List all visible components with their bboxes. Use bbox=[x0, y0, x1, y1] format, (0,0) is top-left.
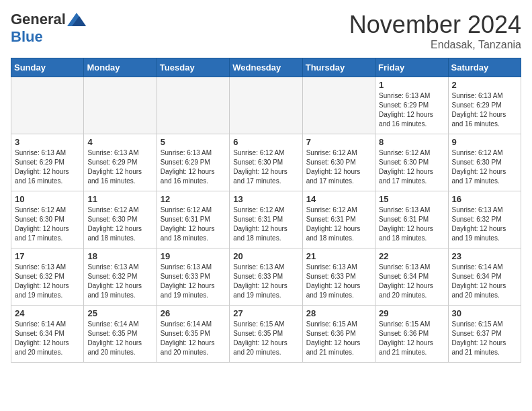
calendar-cell: 16Sunrise: 6:13 AM Sunset: 6:32 PM Dayli… bbox=[448, 191, 521, 248]
calendar-cell: 28Sunrise: 6:15 AM Sunset: 6:36 PM Dayli… bbox=[302, 306, 375, 363]
calendar-cell: 4Sunrise: 6:13 AM Sunset: 6:29 PM Daylig… bbox=[84, 134, 157, 191]
day-number: 6 bbox=[233, 137, 298, 147]
day-info: Sunrise: 6:13 AM Sunset: 6:33 PM Dayligh… bbox=[161, 263, 226, 300]
calendar-cell: 22Sunrise: 6:13 AM Sunset: 6:34 PM Dayli… bbox=[375, 248, 448, 306]
month-title: November 2024 bbox=[349, 11, 521, 39]
calendar-cell: 10Sunrise: 6:12 AM Sunset: 6:30 PM Dayli… bbox=[11, 191, 84, 248]
logo-blue-text: Blue bbox=[11, 28, 43, 45]
calendar-cell: 24Sunrise: 6:14 AM Sunset: 6:34 PM Dayli… bbox=[11, 306, 84, 363]
calendar-cell: 12Sunrise: 6:12 AM Sunset: 6:31 PM Dayli… bbox=[157, 191, 229, 248]
day-info: Sunrise: 6:14 AM Sunset: 6:34 PM Dayligh… bbox=[15, 320, 80, 357]
day-number: 15 bbox=[379, 194, 444, 204]
day-info: Sunrise: 6:12 AM Sunset: 6:30 PM Dayligh… bbox=[379, 148, 444, 186]
day-number: 4 bbox=[87, 137, 152, 147]
day-number: 21 bbox=[306, 251, 371, 261]
day-number: 1 bbox=[379, 80, 444, 90]
logo: General Blue bbox=[11, 11, 86, 46]
day-info: Sunrise: 6:13 AM Sunset: 6:29 PM Dayligh… bbox=[15, 148, 80, 186]
day-info: Sunrise: 6:13 AM Sunset: 6:32 PM Dayligh… bbox=[87, 263, 152, 300]
location: Endasak, Tanzania bbox=[349, 39, 521, 51]
day-number: 25 bbox=[87, 308, 152, 318]
calendar-week-row: 1Sunrise: 6:13 AM Sunset: 6:29 PM Daylig… bbox=[11, 77, 521, 134]
calendar-week-row: 3Sunrise: 6:13 AM Sunset: 6:29 PM Daylig… bbox=[11, 134, 521, 191]
day-info: Sunrise: 6:13 AM Sunset: 6:32 PM Dayligh… bbox=[452, 205, 517, 243]
day-info: Sunrise: 6:12 AM Sunset: 6:30 PM Dayligh… bbox=[233, 148, 298, 186]
day-number: 13 bbox=[233, 194, 298, 204]
calendar-cell: 5Sunrise: 6:13 AM Sunset: 6:29 PM Daylig… bbox=[157, 134, 229, 191]
calendar-cell bbox=[157, 77, 229, 134]
calendar-cell: 29Sunrise: 6:15 AM Sunset: 6:36 PM Dayli… bbox=[375, 306, 448, 363]
day-info: Sunrise: 6:13 AM Sunset: 6:33 PM Dayligh… bbox=[233, 263, 298, 300]
day-info: Sunrise: 6:13 AM Sunset: 6:29 PM Dayligh… bbox=[452, 91, 517, 129]
day-info: Sunrise: 6:15 AM Sunset: 6:36 PM Dayligh… bbox=[379, 320, 444, 357]
day-info: Sunrise: 6:15 AM Sunset: 6:35 PM Dayligh… bbox=[233, 320, 298, 357]
weekday-header: Friday bbox=[375, 58, 448, 77]
day-info: Sunrise: 6:12 AM Sunset: 6:30 PM Dayligh… bbox=[87, 205, 152, 243]
day-info: Sunrise: 6:12 AM Sunset: 6:30 PM Dayligh… bbox=[15, 205, 80, 243]
calendar-cell bbox=[11, 77, 84, 134]
day-number: 2 bbox=[452, 80, 517, 90]
day-number: 8 bbox=[379, 137, 444, 147]
calendar-cell: 26Sunrise: 6:14 AM Sunset: 6:35 PM Dayli… bbox=[157, 306, 229, 363]
day-number: 29 bbox=[379, 308, 444, 318]
weekday-header: Saturday bbox=[448, 58, 521, 77]
weekday-header-row: SundayMondayTuesdayWednesdayThursdayFrid… bbox=[11, 58, 521, 77]
day-info: Sunrise: 6:14 AM Sunset: 6:35 PM Dayligh… bbox=[87, 320, 152, 357]
calendar-week-row: 24Sunrise: 6:14 AM Sunset: 6:34 PM Dayli… bbox=[11, 306, 521, 363]
calendar-cell: 21Sunrise: 6:13 AM Sunset: 6:33 PM Dayli… bbox=[302, 248, 375, 306]
calendar-cell: 1Sunrise: 6:13 AM Sunset: 6:29 PM Daylig… bbox=[375, 77, 448, 134]
calendar-cell: 25Sunrise: 6:14 AM Sunset: 6:35 PM Dayli… bbox=[84, 306, 157, 363]
day-number: 17 bbox=[15, 251, 80, 261]
weekday-header: Sunday bbox=[11, 58, 84, 77]
calendar-cell: 3Sunrise: 6:13 AM Sunset: 6:29 PM Daylig… bbox=[11, 134, 84, 191]
day-number: 7 bbox=[306, 137, 371, 147]
calendar-week-row: 17Sunrise: 6:13 AM Sunset: 6:32 PM Dayli… bbox=[11, 248, 521, 306]
day-number: 3 bbox=[15, 137, 80, 147]
day-number: 11 bbox=[87, 194, 152, 204]
day-info: Sunrise: 6:12 AM Sunset: 6:31 PM Dayligh… bbox=[161, 205, 226, 243]
day-number: 22 bbox=[379, 251, 444, 261]
calendar-cell bbox=[230, 77, 302, 134]
weekday-header: Tuesday bbox=[157, 58, 229, 77]
weekday-header: Wednesday bbox=[230, 58, 302, 77]
day-number: 9 bbox=[452, 137, 517, 147]
calendar-cell: 19Sunrise: 6:13 AM Sunset: 6:33 PM Dayli… bbox=[157, 248, 229, 306]
calendar-cell: 15Sunrise: 6:13 AM Sunset: 6:31 PM Dayli… bbox=[375, 191, 448, 248]
calendar-table: SundayMondayTuesdayWednesdayThursdayFrid… bbox=[11, 58, 521, 363]
calendar-cell: 7Sunrise: 6:12 AM Sunset: 6:30 PM Daylig… bbox=[302, 134, 375, 191]
calendar-cell: 17Sunrise: 6:13 AM Sunset: 6:32 PM Dayli… bbox=[11, 248, 84, 306]
day-number: 28 bbox=[306, 308, 371, 318]
title-block: November 2024 Endasak, Tanzania bbox=[349, 11, 521, 51]
day-number: 24 bbox=[15, 308, 80, 318]
day-info: Sunrise: 6:15 AM Sunset: 6:37 PM Dayligh… bbox=[452, 320, 517, 357]
day-info: Sunrise: 6:13 AM Sunset: 6:29 PM Dayligh… bbox=[87, 148, 152, 186]
calendar-cell: 14Sunrise: 6:12 AM Sunset: 6:31 PM Dayli… bbox=[302, 191, 375, 248]
logo-general-text: General bbox=[11, 11, 66, 28]
day-info: Sunrise: 6:13 AM Sunset: 6:34 PM Dayligh… bbox=[379, 263, 444, 300]
day-info: Sunrise: 6:12 AM Sunset: 6:31 PM Dayligh… bbox=[306, 205, 371, 243]
calendar-cell: 23Sunrise: 6:14 AM Sunset: 6:34 PM Dayli… bbox=[448, 248, 521, 306]
calendar-cell: 2Sunrise: 6:13 AM Sunset: 6:29 PM Daylig… bbox=[448, 77, 521, 134]
day-number: 27 bbox=[233, 308, 298, 318]
page-header: General Blue November 2024 Endasak, Tanz… bbox=[11, 11, 521, 51]
day-info: Sunrise: 6:13 AM Sunset: 6:29 PM Dayligh… bbox=[161, 148, 226, 186]
day-info: Sunrise: 6:15 AM Sunset: 6:36 PM Dayligh… bbox=[306, 320, 371, 357]
calendar-cell: 8Sunrise: 6:12 AM Sunset: 6:30 PM Daylig… bbox=[375, 134, 448, 191]
day-info: Sunrise: 6:12 AM Sunset: 6:30 PM Dayligh… bbox=[452, 148, 517, 186]
calendar-cell: 30Sunrise: 6:15 AM Sunset: 6:37 PM Dayli… bbox=[448, 306, 521, 363]
day-info: Sunrise: 6:13 AM Sunset: 6:31 PM Dayligh… bbox=[379, 205, 444, 243]
day-number: 14 bbox=[306, 194, 371, 204]
calendar-cell: 18Sunrise: 6:13 AM Sunset: 6:32 PM Dayli… bbox=[84, 248, 157, 306]
calendar-cell: 9Sunrise: 6:12 AM Sunset: 6:30 PM Daylig… bbox=[448, 134, 521, 191]
day-number: 26 bbox=[161, 308, 226, 318]
day-info: Sunrise: 6:13 AM Sunset: 6:33 PM Dayligh… bbox=[306, 263, 371, 300]
day-number: 20 bbox=[233, 251, 298, 261]
calendar-week-row: 10Sunrise: 6:12 AM Sunset: 6:30 PM Dayli… bbox=[11, 191, 521, 248]
day-info: Sunrise: 6:13 AM Sunset: 6:32 PM Dayligh… bbox=[15, 263, 80, 300]
day-info: Sunrise: 6:14 AM Sunset: 6:34 PM Dayligh… bbox=[452, 263, 517, 300]
day-number: 16 bbox=[452, 194, 517, 204]
calendar-cell: 27Sunrise: 6:15 AM Sunset: 6:35 PM Dayli… bbox=[230, 306, 302, 363]
calendar-cell: 6Sunrise: 6:12 AM Sunset: 6:30 PM Daylig… bbox=[230, 134, 302, 191]
day-info: Sunrise: 6:12 AM Sunset: 6:31 PM Dayligh… bbox=[233, 205, 298, 243]
day-number: 30 bbox=[452, 308, 517, 318]
